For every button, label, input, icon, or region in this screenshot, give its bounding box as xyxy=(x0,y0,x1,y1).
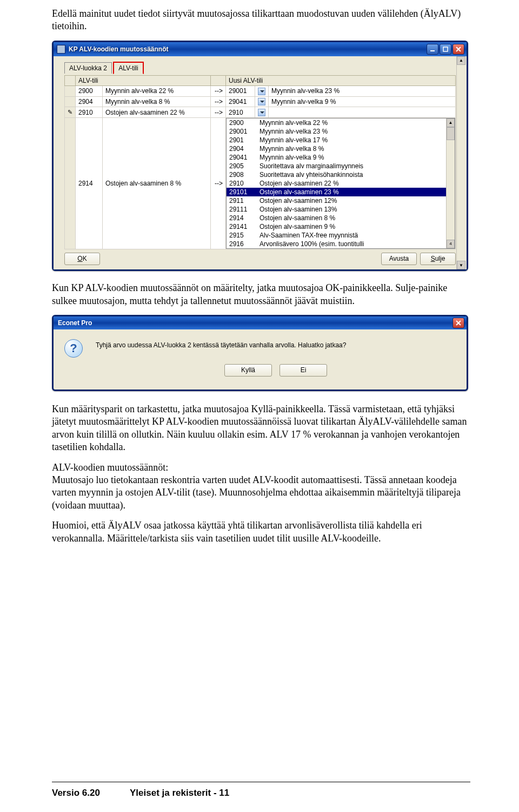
dropdown-toggle[interactable] xyxy=(255,85,269,96)
arrow-icon: --> xyxy=(211,118,226,249)
cell-alv-name: Ostojen alv-saaminen 22 % xyxy=(103,107,211,118)
chevron-down-icon xyxy=(258,88,265,95)
tab-strip: ALV-luokka 2 ALV-tili xyxy=(64,62,456,74)
table-row[interactable]: 2914Ostojen alv-saaminen 8 %-->2900Myynn… xyxy=(65,118,456,249)
grid-header-uusialvtili[interactable]: Uusi ALV-tili xyxy=(226,75,456,85)
dialog-title: Econet Pro xyxy=(58,319,92,327)
dropdown-option[interactable]: 2908Suoritettava alv yhteisöhankinnoista xyxy=(227,170,446,179)
dropdown-option[interactable]: 2916Arvonlisävero 100% (esim. tuontitull… xyxy=(227,240,446,248)
dropdown-option[interactable]: 2915Alv-Saaminen TAX-free myynnistä xyxy=(227,231,446,240)
footer-section: Yleiset ja rekisterit - 11 xyxy=(130,788,229,798)
window-title: KP ALV-koodien muutossäännöt xyxy=(69,45,168,53)
question-icon: ? xyxy=(64,339,83,358)
kp-alv-window: KP ALV-koodien muutossäännöt ▲ ▼ ALV-luo… xyxy=(52,41,468,271)
dropdown-option[interactable]: 2901Myynnin alv-velka 17 % xyxy=(227,136,446,144)
footer-version: Versio 6.20 xyxy=(52,788,100,798)
minimize-button[interactable] xyxy=(427,44,438,55)
row-edit-marker xyxy=(65,118,76,249)
tab-alv-tili[interactable]: ALV-tili xyxy=(113,62,143,74)
dropdown-option[interactable]: 29141Ostojen alv-saaminen 9 % xyxy=(227,222,446,231)
footer-divider xyxy=(52,782,470,782)
paragraph-2: Kun KP ALV-koodien muutossäännöt on määr… xyxy=(52,282,470,307)
yes-button[interactable]: Kyllä xyxy=(224,364,272,377)
intro-paragraph: Edellä mainitut uudet tiedot siirtyvät m… xyxy=(52,8,470,33)
cell-alv-code[interactable]: 2914 xyxy=(76,118,103,249)
maximize-button[interactable] xyxy=(440,44,451,55)
cell-new-code[interactable]: 29001 xyxy=(226,85,255,96)
table-row[interactable]: 2904Myynnin alv-velka 8 %-->29041Myynnin… xyxy=(65,96,456,107)
page-footer: Versio 6.20 Yleiset ja rekisterit - 11 xyxy=(52,788,229,798)
econet-dialog: Econet Pro ? Tyhjä arvo uudessa ALV-luok… xyxy=(52,315,468,391)
row-edit-marker xyxy=(65,96,76,107)
paragraph-3: Kun määritysparit on tarkastettu, jatka … xyxy=(52,403,470,454)
window-scrollbar[interactable]: ▲ ▼ xyxy=(456,56,465,269)
svg-rect-1 xyxy=(443,47,448,51)
arrow-icon: --> xyxy=(211,107,226,118)
dropdown-toggle[interactable] xyxy=(255,96,269,107)
cell-alv-name: Myynnin alv-velka 22 % xyxy=(103,85,211,96)
grid-header-blank xyxy=(211,75,226,85)
dropdown-option[interactable]: 2910Ostojen alv-saaminen 22 % xyxy=(227,179,446,188)
cell-new-code[interactable]: 2910 xyxy=(226,107,255,118)
close-window-button[interactable]: Sulje xyxy=(420,253,456,265)
table-row[interactable]: ✎2910Ostojen alv-saaminen 22 %-->2910 xyxy=(65,107,456,118)
dropdown-option[interactable]: 2900Myynnin alv-velka 22 % xyxy=(227,118,446,127)
cell-alv-code[interactable]: 2910 xyxy=(76,107,103,118)
close-button[interactable] xyxy=(453,44,464,55)
app-icon xyxy=(57,45,65,54)
svg-rect-0 xyxy=(430,50,435,51)
cell-alv-name: Myynnin alv-velka 8 % xyxy=(103,96,211,107)
new-alv-dropdown-open[interactable]: 2900Myynnin alv-velka 22 %29001Myynnin a… xyxy=(226,118,456,249)
titlebar[interactable]: KP ALV-koodien muutossäännöt xyxy=(54,42,467,56)
cell-alv-name: Ostojen alv-saaminen 8 % xyxy=(103,118,211,249)
chevron-down-icon xyxy=(258,109,265,116)
dropdown-option[interactable]: 29001Myynnin alv-velka 23 % xyxy=(227,127,446,136)
dropdown-option[interactable]: 29041Myynnin alv-velka 9 % xyxy=(227,153,446,162)
dialog-message: Tyhjä arvo uudessa ALV-luokka 2 kentässä… xyxy=(96,341,456,349)
dropdown-option[interactable]: 2914Ostojen alv-saaminen 8 % xyxy=(227,214,446,222)
scroll-up-icon[interactable]: ▲ xyxy=(457,56,465,65)
cell-new-name xyxy=(269,107,456,118)
cell-new-name: Myynnin alv-velka 23 % xyxy=(269,85,456,96)
ok-button[interactable]: OK xyxy=(64,253,100,265)
cell-new-name: Myynnin alv-velka 9 % xyxy=(269,96,456,107)
dialog-close-button[interactable] xyxy=(453,318,464,328)
chevron-down-icon xyxy=(258,98,265,105)
dropdown-option[interactable]: 2905Suoritettava alv marginaalimyynneis xyxy=(227,162,446,170)
dropdown-option[interactable]: 29111Ostojen alv-saaminen 13% xyxy=(227,205,446,214)
row-edit-marker: ✎ xyxy=(65,107,76,118)
dropdown-option[interactable]: 2911Ostojen alv-saaminen 12% xyxy=(227,196,446,205)
scroll-down-icon[interactable]: ▼ xyxy=(457,261,465,269)
arrow-icon: --> xyxy=(211,96,226,107)
grid-header-alvtili[interactable]: ALV-tili xyxy=(76,75,211,85)
dropdown-scrollbar[interactable]: ▲4 xyxy=(446,118,455,248)
tab-alv-luokka[interactable]: ALV-luokka 2 xyxy=(64,62,112,74)
rules-grid: ALV-tili Uusi ALV-tili 2900Myynnin alv-v… xyxy=(64,75,456,249)
dialog-titlebar[interactable]: Econet Pro xyxy=(54,316,467,329)
paragraph-5: Huomioi, että ÄlyALV osaa jatkossa käytt… xyxy=(52,519,470,545)
cell-alv-code[interactable]: 2900 xyxy=(76,85,103,96)
help-button[interactable]: Avusta xyxy=(381,253,417,265)
cell-alv-code[interactable]: 2904 xyxy=(76,96,103,107)
row-edit-marker xyxy=(65,85,76,96)
paragraph-4: ALV-koodien muutossäännöt:Muutosajo luo … xyxy=(52,461,470,512)
arrow-icon: --> xyxy=(211,85,226,96)
cell-new-code[interactable]: 29041 xyxy=(226,96,255,107)
table-row[interactable]: 2900Myynnin alv-velka 22 %-->29001Myynni… xyxy=(65,85,456,96)
no-button[interactable]: Ei xyxy=(280,364,327,377)
grid-header-gutter xyxy=(65,75,76,85)
dropdown-toggle[interactable] xyxy=(255,107,269,118)
dropdown-option[interactable]: 29101Ostojen alv-saaminen 23 % xyxy=(227,188,446,196)
dropdown-option[interactable]: 2904Myynnin alv-velka 8 % xyxy=(227,144,446,153)
